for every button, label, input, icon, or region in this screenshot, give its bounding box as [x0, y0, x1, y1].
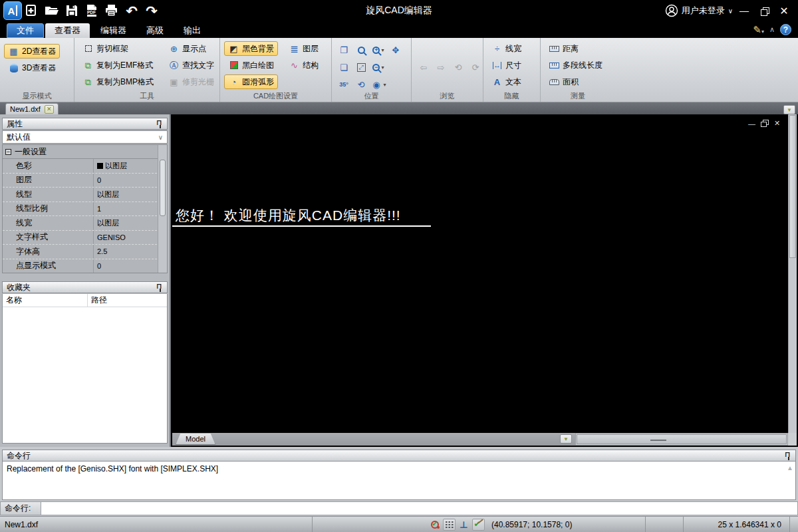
2d-viewer-button[interactable]: ▦ 2D查看器	[4, 44, 60, 59]
layers-button[interactable]: ≣ 图层	[285, 41, 323, 56]
status-dimensions: 25 x 1.646341 x 0	[684, 517, 790, 532]
tab-list-chevron-button[interactable]: ▼	[783, 105, 795, 114]
view-undo-button[interactable]: ⟲	[450, 61, 466, 75]
zoom-object-icon: ◉	[370, 79, 382, 90]
osnap-toggle[interactable]	[428, 519, 441, 531]
undo-button[interactable]: ↶	[122, 1, 142, 20]
favorites-col-name[interactable]: 名称	[3, 294, 88, 307]
model-tab[interactable]: Model	[176, 434, 215, 445]
property-value: 2.5	[94, 245, 167, 259]
redo-button[interactable]: ↷	[142, 1, 162, 20]
document-tab[interactable]: New1.dxf ✕	[5, 103, 59, 114]
favorites-list: 名称 路径	[2, 294, 168, 444]
show-points-button[interactable]: ⊕ 显示点	[164, 41, 218, 56]
properties-scrollbar[interactable]	[158, 145, 167, 273]
close-button[interactable]: ✕	[775, 3, 793, 19]
pin-icon[interactable]	[156, 120, 164, 128]
property-row-fontheight[interactable]: 字体高 2.5	[3, 245, 167, 259]
horizontal-scrollbar[interactable]	[575, 433, 788, 446]
mdi-close-icon[interactable]: ✕	[773, 120, 781, 127]
measure-polyline-button[interactable]: 多段线长度	[545, 58, 606, 72]
view-redo-button[interactable]: ⟳	[467, 61, 483, 75]
property-row-color[interactable]: 色彩 以图层	[3, 159, 167, 174]
rotate-view-button[interactable]: ❐	[336, 43, 352, 57]
copy-view-button[interactable]: ❏	[336, 60, 352, 74]
copy-bmp-label: 复制为BMP格式	[96, 76, 154, 88]
bw-drawing-toggle[interactable]: 黑白绘图	[224, 58, 278, 72]
document-tab-close-icon[interactable]: ✕	[45, 105, 54, 114]
zoom-extents-button[interactable]: ⤢	[353, 60, 369, 74]
property-row-linetype-scale[interactable]: 线型比例 1	[3, 202, 167, 217]
collapse-minus-icon[interactable]: −	[5, 149, 11, 155]
pan-button[interactable]: ✥	[388, 43, 404, 57]
menu-tab-file[interactable]: 文件	[7, 23, 44, 38]
zoom-previous-button[interactable]: ⟲	[353, 77, 369, 92]
zoom-object-button[interactable]: ◉	[370, 77, 386, 92]
vertical-scrollbar[interactable]	[788, 114, 797, 433]
new-file-icon	[25, 3, 39, 18]
3d-viewer-button[interactable]: 3D查看器	[4, 61, 60, 75]
export-pdf-button[interactable]: PDF	[82, 1, 102, 20]
scroll-up-icon[interactable]: ▲	[787, 464, 793, 471]
property-row-layer[interactable]: 图层 0	[3, 174, 167, 188]
pan-hand-icon: ✥	[390, 45, 402, 55]
command-input[interactable]	[41, 501, 798, 515]
smooth-arc-toggle[interactable]: ◔ 圆滑弧形	[224, 74, 278, 89]
pin-icon[interactable]	[785, 452, 792, 460]
find-text-button[interactable]: Ⓐ 查找文字	[164, 58, 218, 72]
restore-button[interactable]	[755, 3, 773, 19]
measure-area-button[interactable]: 面积	[545, 74, 606, 89]
ortho-toggle[interactable]: ⊥	[458, 519, 470, 531]
hide-lineweight-label: 线宽	[505, 43, 521, 55]
property-row-linetype[interactable]: 线型 以图层	[3, 188, 167, 202]
menu-tab-editor[interactable]: 编辑器	[91, 23, 136, 38]
group-label-measure: 测量	[541, 91, 615, 101]
customize-pencil-icon[interactable]: ✎▾	[753, 24, 764, 36]
view-back-button[interactable]: ⇦	[416, 61, 432, 75]
grid-toggle[interactable]	[443, 519, 456, 531]
print-button[interactable]	[102, 1, 122, 20]
help-button[interactable]: ?	[780, 24, 791, 35]
menu-tab-viewer[interactable]: 查看器	[45, 23, 90, 38]
menu-tab-output[interactable]: 输出	[174, 23, 210, 38]
zoom-in-button[interactable]	[370, 43, 386, 57]
property-row-pointmode[interactable]: 点显示模式 0	[3, 259, 167, 274]
vertical-scroll-thumb[interactable]	[789, 115, 796, 258]
properties-preset-dropdown[interactable]: 默认值 ∨	[2, 130, 168, 144]
structure-button[interactable]: ∿ 结构	[285, 58, 323, 72]
3d-viewer-label: 3D查看器	[22, 63, 56, 74]
mdi-minimize-icon[interactable]: —	[747, 120, 756, 127]
collapse-ribbon-icon[interactable]: ∧	[769, 25, 775, 34]
properties-group-row[interactable]: − 一般设置	[3, 145, 167, 159]
save-button[interactable]	[62, 1, 82, 20]
user-login-button[interactable]: 用户未登录 ∨	[665, 4, 733, 17]
hide-lineweight-button[interactable]: ÷ 线宽	[487, 41, 525, 56]
properties-table: − 一般设置 色彩 以图层 图层 0 线型 以图层 线型比例 1 线宽 以图层 …	[2, 144, 168, 273]
measure-distance-button[interactable]: 距离	[545, 41, 606, 56]
model-strip-chevron-button[interactable]: ▼	[560, 434, 572, 444]
open-file-button[interactable]	[42, 1, 62, 20]
copy-bmp-button[interactable]: ⧉ 复制为BMP格式	[78, 74, 158, 89]
zoom-out-button[interactable]	[370, 60, 386, 74]
new-file-button[interactable]	[22, 1, 42, 20]
mdi-restore-icon[interactable]	[761, 120, 768, 126]
view-forward-button[interactable]: ⇨	[433, 61, 449, 75]
pin-icon[interactable]	[156, 283, 164, 291]
draft-toggle[interactable]	[472, 519, 485, 531]
rotate-angle-button[interactable]: 35°	[336, 77, 352, 92]
property-row-lineweight[interactable]: 线宽 以图层	[3, 216, 167, 231]
minimize-button[interactable]: —	[735, 3, 753, 19]
clip-frame-button[interactable]: 剪切框架	[78, 41, 158, 56]
property-row-textstyle[interactable]: 文字样式 GENISO	[3, 231, 167, 245]
hide-dimensions-button[interactable]: ↔ 尺寸	[487, 58, 525, 72]
hide-text-button[interactable]: A 文本	[487, 74, 525, 89]
drawing-canvas[interactable]: — ✕ 您好！ 欢迎使用旋风CAD编辑器!!!	[172, 114, 788, 433]
favorites-col-path[interactable]: 路径	[88, 294, 167, 307]
horizontal-scroll-thumb[interactable]	[577, 434, 787, 444]
copy-emf-button[interactable]: ⧉ 复制为EMF格式	[78, 58, 158, 72]
properties-scroll-thumb[interactable]	[160, 160, 166, 216]
menu-tab-advanced[interactable]: 高级	[137, 23, 173, 38]
trim-raster-button[interactable]: ▣ 修剪光栅	[164, 74, 218, 89]
zoom-window-button[interactable]	[353, 43, 369, 57]
black-background-toggle[interactable]: ◩ 黑色背景	[224, 41, 278, 56]
